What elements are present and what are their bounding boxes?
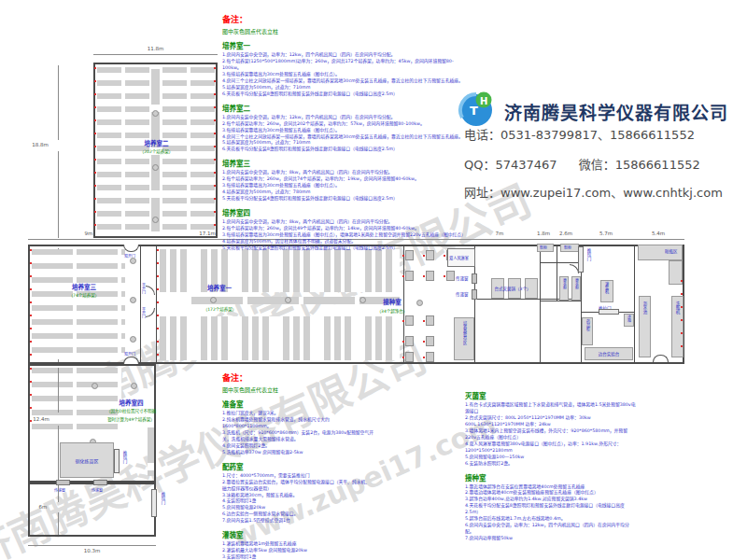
note-line: 600L 1630*1120*1970MM 功率：24kw (465, 422, 638, 428)
clean-bench (426, 315, 434, 326)
note-section-heading: 培养室三 (222, 158, 472, 168)
note-section-heading: 培养室四 (222, 207, 472, 217)
pillar (152, 164, 159, 171)
note-section-heading: 培养室一 (222, 40, 472, 50)
filling-machine-label: 灌装机 (603, 282, 609, 294)
inoculation-label: 接种室 (374, 297, 411, 306)
sliding-door (578, 246, 584, 273)
outlet-dots (214, 67, 216, 233)
note-section-items: 1.房间内安装中央空调，功率为：12kw，四个内机出风口（四内）在房间内平均分配… (222, 52, 472, 98)
note-line: 4.培养架宽度为500mm，因立柱具体位置不明确，过道暂未分配。 (222, 239, 472, 245)
sliding-door (151, 489, 157, 517)
note-section-items: 1.房间内安装中央空调，功率为：12kw，四个内机出风口（四内）在房间内平均分配… (222, 115, 472, 154)
company-name: 济南腾昊科学仪器有限公司 (504, 99, 728, 124)
company-logo-icon: T H (458, 90, 497, 129)
notes-subtitle: 图中灰色圆点代表立柱 (222, 385, 374, 394)
note-line: 2.纯水机靠墙处预留水管和排水管道，纯水机尺寸大约1600*800*1100mm… (222, 417, 374, 430)
note-line: 1.有台卡式灭菌锅靠墙区域预留上下水管道和排气管道，墙体离地1.5米处预留380… (465, 402, 638, 415)
notes-subtitle: 图中灰色圆点代表立柱 (222, 27, 472, 35)
wall (557, 245, 557, 301)
pass-box (472, 273, 477, 284)
clean-bench (405, 271, 414, 281)
wall (634, 245, 635, 364)
pillar (130, 336, 136, 343)
note-line: 4.房间安装照明灯2盏。 (222, 443, 374, 450)
pillar (416, 300, 423, 306)
outlet-dots (94, 67, 96, 233)
shoe-cabinet-label: 鞋柜 (540, 245, 547, 250)
notes-title: 备注： (222, 13, 472, 25)
notes-bottom-left: 备注： 图中灰色圆点代表立柱 准备室 1.推拉门宽度大，建议3米。2.纯水机靠墙… (222, 371, 374, 560)
note-section: 培养室四 1.房间内安装中央空调，功率为：8kw，两个内机出风口（四内）在房间内… (222, 207, 472, 252)
dim-bottom-width: 10.3m (28, 548, 156, 553)
pillar (130, 258, 136, 264)
note-section: 灭菌室 1.有台卡式灭菌锅靠墙区域预留上下水管道和排气管道，墙体离地1.5米处预… (465, 390, 638, 468)
dim-5-4m: 5.4m (646, 231, 670, 236)
drying-area-label: 晾瓶区 (665, 248, 678, 254)
clean-bench (405, 352, 414, 362)
dim-line (58, 426, 59, 480)
clean-bench (405, 336, 414, 346)
company-qq-wechat: QQ：57437467 微信：15866611552 (464, 155, 700, 173)
svg-text:T: T (470, 104, 478, 118)
room1-sublabel: （172个培养架） (185, 306, 255, 312)
svg-text:H: H (480, 96, 487, 106)
pillar (285, 297, 291, 303)
fridge-label: 冰箱 (626, 315, 631, 322)
note-section: 培养室一 1.房间内安装中央空调，功率为：12kw，四个内机出风口（四内）在房间… (222, 40, 472, 98)
floorplan-page: 济南腾昊科学仪器有限公司 济南腾昊科学仪器有限公司 www.zupei17.co… (0, 0, 747, 560)
note-line: 6.天花板平均分配安装8盏照明灯和预留安装外线走廊灯电源接口（电线接口高度2.5… (222, 91, 472, 98)
note-line: 2.每个培养架(1250*500*1800mm)功率为：260w，房间共172个… (222, 59, 472, 72)
dim-7m: 7m (486, 231, 514, 236)
room4-label: 培养室四 (106, 398, 157, 407)
dim-left-b1: 12.4m (28, 416, 54, 422)
pillar (131, 383, 137, 389)
sliding-door (599, 309, 619, 315)
note-line: 3.墙体离地1米内上预留空调安装布线槽，外壳尺寸：920*860*580mm，并… (465, 428, 638, 441)
dim-left-top: 18.8m (26, 142, 54, 147)
note-line: 7.房间内安装1.5匹壁挂式空调1台 (222, 518, 374, 525)
note-line: 1.房间内安装中央空调，功率为：12kw，四个内机出风口（四内）在房间内平均分配… (222, 115, 472, 121)
notes-bottom-right: 灭菌室 1.有台卡式灭菌锅靠墙区域预留上下水管道和排气管道，墙体离地1.5米处预… (465, 390, 638, 542)
pillar (92, 383, 98, 389)
pass-box-label: 传递窗 (92, 487, 103, 493)
note-line: 2.台式灭菌锅尺寸：800L 2050*1120*1970MM 功率：30kw (465, 415, 638, 422)
pass-box-label: 传递窗 (456, 291, 469, 297)
note-line: 3.安装照明灯1盏 (222, 554, 374, 560)
note-line: 4.天花板平均分配安装8盏照明灯和预留安装外线走廊灯电源接口（电线接口高度2.5… (465, 503, 638, 516)
room3-shelving (32, 249, 125, 359)
company-phone: 电话：0531-83799817、15866611552 (464, 125, 695, 143)
sterilizer-label: 台式灭菌锅（3个） (480, 286, 545, 291)
sliding-door-label: 推拉门 (121, 451, 127, 464)
room3-sublabel: （74个培养架） (51, 292, 117, 298)
note-line: 4.双人风淋室靠墙预留380v电源接口（图中红点），功率：1.91kw,外形尺寸… (465, 441, 638, 455)
note-section-heading: 培养室二 (222, 103, 472, 113)
medicine-cabinet-label: 药品柜 (585, 319, 590, 331)
pillar (210, 297, 217, 303)
pillar (152, 110, 159, 117)
wall (540, 301, 581, 301)
pillar (152, 217, 159, 223)
note-line: 3.每排培养架靠墙高为30cm处预留五孔插座（图中红点），墙体离地1米两处上预留… (222, 232, 472, 239)
wall (540, 262, 581, 263)
clean-bench (426, 336, 434, 346)
company-wechat: 微信：15866611552 (579, 158, 700, 172)
clean-bench (446, 271, 455, 281)
room4-sublabel1: （因为D柱位置尺寸不明确 (96, 408, 166, 413)
company-qq: QQ：57437467 (464, 158, 557, 172)
pillar (130, 297, 136, 303)
dim-5-7m: 5.7m (594, 231, 618, 236)
room1-shelving-bottom (160, 316, 400, 360)
dim-1-8m: 1.8m (534, 231, 553, 236)
dim-line (28, 545, 156, 546)
dim-left-b2: 6m (34, 504, 52, 510)
room1-label: 培养室一 (191, 283, 247, 292)
room4-sublabel2: 暂时计算为49个培养架） (96, 416, 166, 422)
bottle-washer-label: 洗瓶机 (674, 301, 680, 315)
swing-door-label: 平开门 (140, 283, 146, 294)
media-storage-label: 培养基暂存区 (461, 321, 467, 344)
note-line: 3.每排培养架靠墙高为30cm处预留五孔插座（图中红点）。 (222, 72, 472, 78)
dim-line (58, 151, 59, 238)
swing-door-label: 平开门 (140, 307, 146, 318)
pillar (359, 297, 366, 303)
